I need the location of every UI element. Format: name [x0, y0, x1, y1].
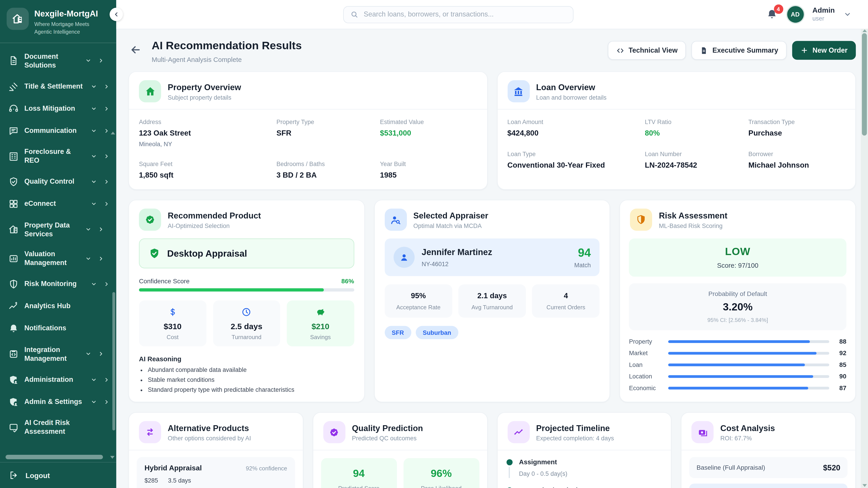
field-loan-amount: Loan Amount $424,800 — [507, 119, 638, 137]
sidebar-item-integration-management[interactable]: Integration Management — [6, 341, 111, 366]
card-title: Risk Assessment — [659, 210, 727, 220]
chevron-down-icon[interactable] — [91, 399, 97, 405]
search-icon — [350, 11, 358, 18]
chevron-right-icon[interactable] — [103, 179, 110, 185]
gavel-icon — [8, 81, 19, 92]
sidebar-item-analytics-hub[interactable]: Analytics Hub — [6, 297, 111, 315]
sidebar-item-admin-settings[interactable]: Admin & Settings — [6, 393, 111, 411]
sidebar-item-administration[interactable]: Administration — [6, 371, 111, 388]
chevron-down-icon[interactable] — [91, 153, 97, 159]
executive-summary-button[interactable]: Executive Summary — [691, 41, 786, 60]
pass-likelihood-box: 96% Pass Likelihood — [403, 458, 479, 488]
chevron-down-icon[interactable] — [91, 377, 97, 383]
sidebar-item-label: Communication — [24, 126, 85, 135]
chevron-right-icon[interactable] — [103, 399, 110, 405]
alternative-option-hybrid[interactable]: Hybrid Appraisal 92% confidence $285 3.5… — [137, 457, 295, 488]
user-role: user — [812, 15, 835, 22]
sidebar-item-property-data-services[interactable]: Property Data Services — [6, 217, 111, 242]
person-icon — [393, 247, 414, 268]
scroll-up-arrow[interactable] — [862, 29, 867, 32]
sidebar-item-notifications[interactable]: Notifications — [6, 320, 111, 337]
new-order-button[interactable]: New Order — [792, 41, 856, 60]
technical-view-label: Technical View — [629, 46, 678, 54]
timeline-step-assignment: Assignment Day 0 - 0.5 day(s) — [506, 458, 662, 486]
confidence-progress-bar — [139, 288, 354, 292]
scroll-down-arrow[interactable] — [862, 484, 867, 487]
sidebar-item-label: Property Data Services — [24, 221, 80, 238]
recommended-product-banner: Desktop Appraisal — [139, 238, 354, 268]
sidebar-item-risk-monitoring[interactable]: Risk Monitoring — [6, 275, 111, 293]
chevron-down-icon[interactable] — [85, 256, 91, 262]
sidebar-item-loss-mitigation[interactable]: Loss Mitigation — [6, 100, 111, 117]
scrollbar-thumb[interactable] — [862, 33, 867, 135]
app-window: Nexgile-MortgAI Where Mortgage Meets Age… — [0, 0, 868, 488]
factor-economic: Economic 87 — [629, 385, 846, 391]
card-check-icon — [8, 422, 19, 433]
chevron-down-icon[interactable] — [91, 179, 97, 185]
chevron-right-icon[interactable] — [98, 351, 104, 357]
chevron-down-icon[interactable] — [85, 226, 91, 232]
sidebar-item-communication[interactable]: Communication — [6, 122, 111, 139]
chevron-down-icon[interactable] — [85, 58, 91, 64]
appraiser-panel: Jennifer Martinez NY-46012 94 Match — [384, 238, 600, 276]
logout-button[interactable]: Logout — [0, 462, 116, 488]
main-scrollbar[interactable] — [861, 29, 868, 488]
chevron-right-icon[interactable] — [98, 256, 104, 262]
piggy-bank-icon — [289, 307, 352, 317]
search-input[interactable] — [363, 10, 566, 19]
sidebar-item-valuation-management[interactable]: Valuation Management — [6, 246, 111, 271]
sidebar-vertical-scrollbar[interactable] — [112, 292, 115, 430]
chevron-down-icon[interactable] — [91, 84, 97, 90]
chevron-down-icon[interactable] — [844, 11, 851, 18]
sidebar-item-ai-credit-risk-assessment[interactable]: AI Credit Risk Assessment — [6, 415, 111, 440]
probability-of-default-panel: Probability of Default 3.20% 95% CI: [2.… — [629, 283, 846, 330]
chevron-down-icon[interactable] — [85, 351, 91, 357]
sidebar-horizontal-scrollbar[interactable] — [5, 455, 103, 459]
field-year-built: Year Built 1985 — [380, 160, 477, 179]
sidebar-scroll-up-arrow[interactable] — [111, 131, 115, 134]
sidebar-item-label: Analytics Hub — [24, 302, 110, 311]
projected-timeline-card: Projected Timeline Expected completion: … — [497, 412, 672, 488]
notifications-button[interactable]: 4 — [766, 8, 778, 21]
bank-icon — [507, 80, 529, 102]
chevron-right-icon[interactable] — [103, 281, 110, 287]
quality-prediction-card: Quality Prediction Predicted QC outcomes… — [313, 412, 487, 488]
trending-icon — [507, 421, 529, 443]
chevron-down-icon[interactable] — [91, 201, 97, 207]
confidence-progress-fill — [139, 288, 324, 292]
chevron-right-icon[interactable] — [98, 226, 104, 232]
chevron-down-icon[interactable] — [91, 128, 97, 134]
chevron-down-icon[interactable] — [91, 105, 97, 111]
chevron-right-icon[interactable] — [103, 153, 110, 159]
avatar[interactable]: AD — [787, 6, 803, 23]
arrow-left-icon — [129, 43, 142, 56]
cash-icon — [691, 421, 714, 443]
user-search-icon — [384, 208, 407, 231]
chevron-right-icon[interactable] — [103, 84, 110, 90]
pod-confidence-interval: 95% CI: [2.56% - 3.84%] — [634, 317, 841, 323]
sidebar-item-econnect[interactable]: eConnect — [6, 195, 111, 213]
chevron-right-icon[interactable] — [103, 128, 110, 134]
technical-view-button[interactable]: Technical View — [608, 41, 686, 60]
chevron-right-icon[interactable] — [103, 377, 110, 383]
sidebar-item-document-solutions[interactable]: Document Solutions — [6, 48, 111, 73]
code-icon — [616, 46, 624, 55]
plus-icon — [800, 46, 808, 54]
chevron-right-icon[interactable] — [103, 201, 110, 207]
search-bar[interactable] — [343, 6, 574, 23]
document-icon — [700, 46, 708, 55]
field-property-type: Property Type SFR — [276, 119, 373, 147]
back-button[interactable] — [128, 43, 143, 57]
sidebar-collapse-button[interactable] — [110, 8, 123, 21]
sidebar-item-foreclosure-reo[interactable]: Foreclosure & REO — [6, 144, 111, 168]
chevron-down-icon[interactable] — [91, 281, 97, 287]
logout-label: Logout — [26, 471, 50, 480]
chevron-right-icon[interactable] — [103, 105, 110, 111]
chevron-right-icon[interactable] — [98, 58, 104, 64]
sidebar-item-title-settlement[interactable]: Title & Settlement — [6, 77, 111, 95]
sidebar-item-quality-control[interactable]: Quality Control — [6, 173, 111, 191]
reasoning-item: Abundant comparable data available — [148, 366, 354, 373]
home-icon — [8, 224, 19, 235]
sidebar-scroll-down-arrow[interactable] — [110, 456, 115, 459]
page-title: AI Recommendation Results — [152, 39, 302, 52]
